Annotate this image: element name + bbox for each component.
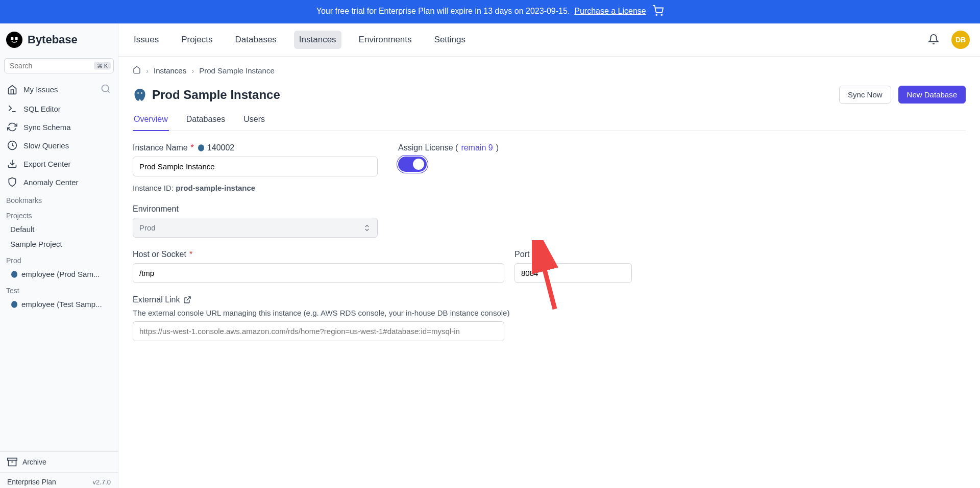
db-employee-test[interactable]: employee (Test Samp... xyxy=(0,297,118,312)
license-toggle[interactable] xyxy=(398,157,427,172)
bell-icon[interactable] xyxy=(928,34,939,46)
external-link-help: The external console URL managing this i… xyxy=(133,309,966,317)
sidebar-item-sync-schema[interactable]: Sync Schema xyxy=(0,118,118,136)
sidebar-item-export-center[interactable]: Export Center xyxy=(0,155,118,173)
svg-rect-3 xyxy=(15,37,18,40)
download-icon xyxy=(7,159,17,169)
host-input[interactable] xyxy=(133,263,504,283)
svg-point-9 xyxy=(11,271,17,277)
postgres-icon xyxy=(133,88,147,102)
instance-name-label: Instance Name xyxy=(133,143,188,152)
tab-users[interactable]: Users xyxy=(242,111,266,131)
page-title: Prod Sample Instance xyxy=(152,88,280,102)
page-header: Prod Sample Instance Sync Now New Databa… xyxy=(133,86,966,104)
svg-point-10 xyxy=(11,301,17,307)
environment-select[interactable]: Prod xyxy=(133,218,378,238)
external-link-icon xyxy=(183,296,191,304)
content: › Instances › Prod Sample Instance Prod … xyxy=(118,57,980,488)
banner-text: Your free trial for Enterprise Plan will… xyxy=(316,7,570,15)
external-link-group: External Link The external console URL m… xyxy=(133,295,966,341)
bookmarks-label: Bookmarks xyxy=(0,191,118,207)
logo-text: Bytebase xyxy=(28,33,78,46)
search-box: ⌘ K xyxy=(4,58,114,73)
trial-banner: Your free trial for Enterprise Plan will… xyxy=(0,0,980,23)
sidebar: Bytebase ⌘ K My Issues SQL Editor Sync S… xyxy=(0,23,118,488)
tab-overview[interactable]: Overview xyxy=(133,111,169,131)
chevron-up-down-icon xyxy=(363,224,371,232)
nav-issues[interactable]: Issues xyxy=(129,31,164,49)
nav-projects[interactable]: Projects xyxy=(176,31,217,49)
svg-point-15 xyxy=(198,144,204,151)
logo-icon xyxy=(6,32,22,48)
port-group: Port xyxy=(514,250,632,283)
version-label: v2.7.0 xyxy=(93,478,111,486)
svg-point-13 xyxy=(137,92,139,94)
external-link-input[interactable] xyxy=(133,321,504,341)
nav-databases[interactable]: Databases xyxy=(230,31,282,49)
env-prod-label: Prod xyxy=(0,251,118,267)
env-test-label: Test xyxy=(0,281,118,297)
home-icon[interactable] xyxy=(133,66,141,75)
license-label: Assign License ( xyxy=(398,143,458,152)
purchase-license-link[interactable]: Purchase a License xyxy=(574,7,646,15)
search-icon[interactable] xyxy=(101,84,111,95)
archive-icon xyxy=(7,457,17,467)
search-kbd: ⌘ K xyxy=(94,62,111,70)
home-icon xyxy=(7,85,17,95)
svg-line-16 xyxy=(186,297,190,300)
sidebar-item-my-issues[interactable]: My Issues xyxy=(0,80,118,99)
host-label: Host or Socket xyxy=(133,250,186,259)
sidebar-plan-footer: Enterprise Plan v2.7.0 xyxy=(0,472,118,488)
svg-point-0 xyxy=(656,14,657,15)
instance-name-group: Instance Name* 140002 Instance ID: prod-… xyxy=(133,143,378,192)
db-employee-prod[interactable]: employee (Prod Sam... xyxy=(0,267,118,281)
postgres-icon xyxy=(197,144,205,152)
sidebar-item-slow-queries[interactable]: Slow Queries xyxy=(0,136,118,155)
port-input[interactable] xyxy=(514,263,632,283)
plan-label[interactable]: Enterprise Plan xyxy=(7,478,56,486)
breadcrumb-instances[interactable]: Instances xyxy=(154,66,186,75)
chevron-right-icon: › xyxy=(191,66,194,75)
shield-icon xyxy=(7,177,17,187)
svg-rect-2 xyxy=(11,37,13,40)
avatar[interactable]: DB xyxy=(951,31,970,49)
port-label: Port xyxy=(514,250,632,259)
tabs: Overview Databases Users xyxy=(133,111,966,131)
tab-databases[interactable]: Databases xyxy=(185,111,227,131)
svg-line-5 xyxy=(108,91,110,93)
gauge-icon xyxy=(7,140,17,150)
assign-license-group: Assign License (remain 9) xyxy=(398,143,499,192)
project-sample[interactable]: Sample Project xyxy=(0,237,118,251)
breadcrumb-current: Prod Sample Instance xyxy=(199,66,275,75)
side-nav: My Issues SQL Editor Sync Schema Slow Qu… xyxy=(0,78,118,451)
external-link-label: External Link xyxy=(133,295,180,304)
sidebar-item-sql-editor[interactable]: SQL Editor xyxy=(0,99,118,118)
instance-id-row: Instance ID: prod-sample-instance xyxy=(133,184,378,192)
environment-group: Environment Prod xyxy=(133,204,378,238)
project-default[interactable]: Default xyxy=(0,222,118,237)
nav-environments[interactable]: Environments xyxy=(354,31,417,49)
main: Issues Projects Databases Instances Envi… xyxy=(118,23,980,488)
svg-point-1 xyxy=(662,14,663,15)
sync-icon xyxy=(7,122,17,132)
topnav: Issues Projects Databases Instances Envi… xyxy=(118,23,980,57)
svg-rect-11 xyxy=(8,458,17,460)
license-remain-link[interactable]: remain 9 xyxy=(461,143,493,152)
instance-name-input[interactable] xyxy=(133,157,378,176)
nav-instances[interactable]: Instances xyxy=(294,31,341,49)
chevron-right-icon: › xyxy=(146,66,149,75)
projects-label: Projects xyxy=(0,207,118,222)
nav-settings[interactable]: Settings xyxy=(429,31,471,49)
logo[interactable]: Bytebase xyxy=(0,23,118,56)
svg-point-4 xyxy=(102,85,109,92)
sync-now-button[interactable]: Sync Now xyxy=(839,86,891,104)
host-group: Host or Socket * xyxy=(133,250,504,283)
sidebar-item-anomaly-center[interactable]: Anomaly Center xyxy=(0,173,118,191)
postgres-icon xyxy=(10,300,18,309)
terminal-icon xyxy=(7,104,17,114)
breadcrumb: › Instances › Prod Sample Instance xyxy=(133,66,966,75)
sidebar-archive[interactable]: Archive xyxy=(0,451,118,472)
cart-icon[interactable] xyxy=(652,5,664,18)
new-database-button[interactable]: New Database xyxy=(898,86,966,104)
svg-point-14 xyxy=(141,92,142,94)
